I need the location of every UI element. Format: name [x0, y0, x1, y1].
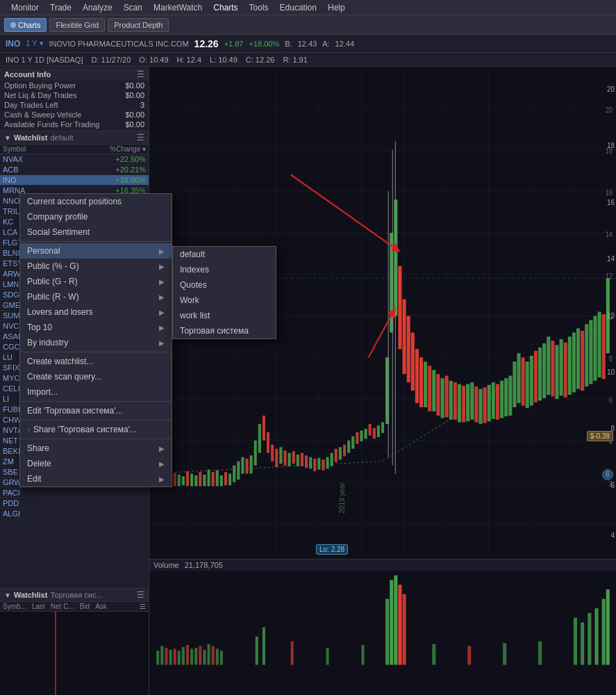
watchlist-columns: Symbol %Change ▾: [0, 145, 149, 154]
watchlist-name: default: [50, 133, 73, 142]
watchlist-menu-icon[interactable]: ☰: [137, 133, 144, 142]
flexible-grid-button[interactable]: Flexible Grid: [49, 18, 105, 32]
sub-menu-item-indexes[interactable]: Indexes: [173, 262, 276, 277]
watchlist-row-paci[interactable]: PACI: [0, 488, 149, 498]
svg-rect-125: [547, 336, 550, 395]
svg-rect-149: [149, 571, 616, 665]
sub-menu-item-torgovaya[interactable]: Торговая система: [173, 323, 276, 338]
svg-rect-164: [385, 599, 389, 665]
svg-rect-67: [301, 453, 303, 466]
watchlist-bottom-menu-icon[interactable]: ☰: [137, 590, 144, 600]
svg-rect-57: [258, 424, 261, 453]
watchlist-row-ino[interactable]: INO +18.00%: [0, 175, 149, 186]
svg-rect-110: [483, 387, 487, 423]
nav-item-monitor[interactable]: Monitor: [6, 0, 44, 15]
menu-item-public-r-w[interactable]: Public (R - W) ▶: [20, 289, 172, 304]
option-buying-value: $0.00: [125, 81, 144, 90]
nav-item-analyze[interactable]: Analyze: [77, 0, 118, 15]
available-label: Available Funds For Trading: [4, 120, 99, 129]
svg-rect-162: [207, 644, 210, 665]
svg-rect-52: [237, 461, 240, 480]
watchlist-row-acb[interactable]: ACB +20.21%: [0, 165, 149, 175]
account-menu-icon[interactable]: ☰: [137, 70, 144, 79]
menu-item-public-pct-g[interactable]: Public (% - G) ▶: [20, 259, 172, 274]
nav-item-trade[interactable]: Trade: [44, 0, 77, 15]
svg-rect-135: [589, 320, 592, 384]
sub-menu-item-work[interactable]: Work: [173, 293, 276, 308]
menu-separator-1: [20, 241, 172, 242]
svg-rect-51: [233, 466, 235, 482]
svg-rect-155: [178, 651, 181, 664]
watchlist-bottom-name: Торговая сис...: [50, 591, 102, 599]
svg-rect-134: [585, 324, 588, 386]
svg-rect-39: [182, 476, 185, 485]
svg-rect-38: [178, 475, 181, 486]
svg-rect-48: [220, 475, 223, 486]
svg-rect-109: [478, 389, 482, 424]
menu-item-create-watchlist[interactable]: Create watchlist...: [20, 354, 172, 369]
menu-item-edit[interactable]: Edit ▶: [20, 471, 172, 486]
svg-rect-84: [373, 428, 376, 439]
bottom-col-sym: Symb...: [3, 603, 26, 610]
watchlist-row-pdd[interactable]: PDD: [0, 498, 149, 509]
svg-rect-136: [593, 316, 597, 381]
account-row-available: Available Funds For Trading $0.00: [0, 120, 149, 129]
sub-menu-item-default[interactable]: default: [173, 247, 276, 262]
watchlist-sym: NVAX: [3, 155, 90, 163]
svg-rect-176: [220, 651, 223, 664]
bottom-col-menu[interactable]: ☰: [140, 603, 146, 610]
menu-item-by-industry[interactable]: By industry ▶: [20, 335, 172, 350]
nav-item-marketwatch[interactable]: MarketWatch: [148, 0, 208, 15]
menu-item-personal[interactable]: Personal ▶: [20, 243, 172, 259]
sub-menu-item-worklist[interactable]: work list: [173, 308, 276, 323]
watchlist-sym: PDD: [3, 499, 90, 507]
svg-rect-62: [279, 447, 282, 464]
stock-bid-label: B:: [285, 40, 292, 48]
menu-item-create-scan[interactable]: Create scan query...: [20, 369, 172, 384]
svg-rect-154: [174, 649, 176, 665]
menu-item-social-sentiment[interactable]: Social Sentiment: [20, 224, 172, 240]
sub-menu-item-quotes[interactable]: Quotes: [173, 277, 276, 293]
svg-rect-137: [598, 312, 601, 377]
daytrades-label: Day Trades Left: [4, 101, 58, 109]
product-depth-button[interactable]: Product Depth: [108, 18, 169, 32]
menu-item-company-profile[interactable]: Company profile: [20, 209, 172, 224]
stock-change-pct: +18.00%: [249, 40, 279, 48]
menu-item-top10[interactable]: Top 10 ▶: [20, 320, 172, 335]
svg-rect-93: [411, 332, 415, 391]
arrow-icon: ▶: [159, 263, 165, 270]
year-label: 2019 year: [338, 482, 346, 513]
svg-rect-185: [538, 641, 542, 665]
menu-item-share[interactable]: Share ▶: [20, 441, 172, 456]
charts-button[interactable]: Charts: [4, 18, 47, 32]
menu-item-edit-torgovaya[interactable]: Edit 'Торговая система'...: [20, 403, 172, 418]
svg-rect-174: [606, 589, 610, 664]
svg-rect-104: [458, 384, 461, 423]
menu-separator-4: [20, 420, 172, 420]
nav-item-education[interactable]: Education: [274, 0, 322, 15]
account-header[interactable]: Account Info ☰: [0, 68, 149, 81]
watchlist-row-algi[interactable]: ALGI: [0, 509, 149, 519]
nav-item-charts[interactable]: Charts: [208, 0, 243, 15]
nav-item-help[interactable]: Help: [322, 0, 351, 15]
menu-item-delete[interactable]: Delete ▶: [20, 456, 172, 471]
col-pct[interactable]: %Change ▾: [90, 145, 146, 153]
svg-rect-40: [186, 471, 189, 486]
menu-item-lovers-losers[interactable]: Lovers and losers ▶: [20, 304, 172, 320]
menu-item-share-torgovaya[interactable]: ↑ Share 'Торговая система'...: [20, 422, 172, 437]
chart-area[interactable]: 20 18 16 14 12 10 8 6 4 2: [149, 67, 616, 695]
menu-item-public-g-r[interactable]: Public (G - R) ▶: [20, 274, 172, 289]
watchlist-bottom-cols: Symb... Last Net C... Bid Ask ☰: [0, 602, 149, 612]
nav-item-tools[interactable]: Tools: [244, 0, 274, 15]
nav-item-scan[interactable]: Scan: [118, 0, 148, 15]
watchlist-bottom-header[interactable]: ▼ Watchlist Торговая сис... ☰: [0, 589, 149, 602]
menu-item-import[interactable]: Import...: [20, 384, 172, 400]
watchlist-row-nvax[interactable]: NVAX +22.50%: [0, 154, 149, 165]
menu-item-current-positions[interactable]: Current account positions: [20, 194, 172, 209]
period-selector[interactable]: 1 Y ▾: [26, 39, 43, 48]
watchlist-bottom-title: Watchlist: [14, 591, 48, 599]
watchlist-pct: [90, 499, 146, 507]
watchlist-header[interactable]: ▼ Watchlist default ☰: [0, 131, 149, 145]
svg-rect-152: [165, 648, 167, 664]
watchlist-sym: PACI: [3, 489, 90, 497]
